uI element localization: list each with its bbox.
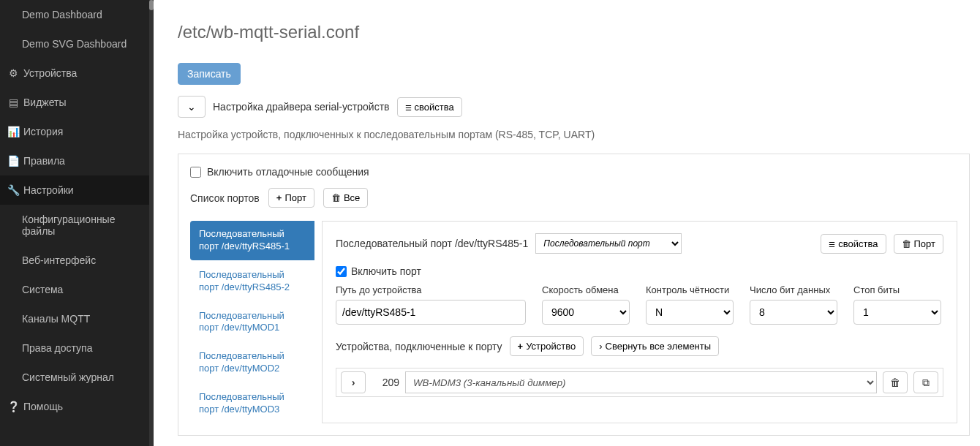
plus-icon: + <box>518 341 524 352</box>
help-icon: ❔ <box>7 401 19 412</box>
add-port-button[interactable]: + Порт <box>268 188 314 208</box>
sidebar-scrollbar[interactable] <box>149 0 154 446</box>
device-expand-button[interactable]: › <box>341 371 366 393</box>
ports-list-label: Список портов <box>190 192 260 204</box>
port-tab-rs485-2[interactable]: Последовательный порт /dev/ttyRS485-2 <box>190 262 314 301</box>
chevron-right-icon: › <box>599 341 602 352</box>
port-tabs: Последовательный порт /dev/ttyRS485-1 По… <box>190 221 314 423</box>
add-device-button[interactable]: + Устройство <box>510 336 584 356</box>
sidebar-item-rules[interactable]: 📄Правила <box>0 146 154 175</box>
list-icon <box>829 238 835 249</box>
driver-properties-button[interactable]: свойства <box>397 97 462 117</box>
sidebar-item-devices[interactable]: ⚙Устройства <box>0 58 154 88</box>
sidebar-item-demo-svg-dashboard[interactable]: Demo SVG Dashboard <box>0 29 154 58</box>
path-input[interactable] <box>336 300 526 325</box>
port-tab-mod1[interactable]: Последовательный порт /dev/ttyMOD1 <box>190 303 314 342</box>
debug-checkbox[interactable] <box>190 167 201 178</box>
history-icon: 📊 <box>7 126 19 137</box>
sidebar-item-settings[interactable]: 🔧Настройки <box>0 175 154 205</box>
widgets-icon: ▤ <box>7 97 19 108</box>
device-address: 209 <box>372 377 399 388</box>
delete-all-ports-button[interactable]: 🗑 Все <box>323 188 368 208</box>
path-field: Путь до устройства <box>336 284 526 325</box>
port-tab-mod2[interactable]: Последовательный порт /dev/ttyMOD2 <box>190 343 314 382</box>
expand-driver-button[interactable]: ⌄ <box>178 96 206 118</box>
sidebar-item-demo-dashboard[interactable]: Demo Dashboard <box>0 0 154 29</box>
bits-field: Число бит данных 8 <box>750 284 837 325</box>
trash-icon: 🗑 <box>890 377 900 388</box>
bits-label: Число бит данных <box>750 284 837 295</box>
config-panel: Включить отладочные сообщения Список пор… <box>178 154 970 436</box>
sidebar-item-config-files[interactable]: Конфигурационные файлы <box>0 205 154 246</box>
port-tab-rs485-1[interactable]: Последовательный порт /dev/ttyRS485-1 <box>190 221 314 260</box>
sidebar-item-mqtt-channels[interactable]: Каналы MQTT <box>0 304 154 333</box>
stop-label: Стоп биты <box>853 284 941 295</box>
port-type-select[interactable]: Последовательный порт <box>535 233 682 254</box>
parity-field: Контроль чётности N <box>646 284 734 325</box>
devices-label: Устройства, подключенные к порту <box>336 341 502 352</box>
device-delete-button[interactable]: 🗑 <box>883 371 908 393</box>
copy-icon: ⧉ <box>922 377 930 389</box>
plus-icon: + <box>276 192 282 203</box>
stop-field: Стоп биты 1 <box>853 284 941 325</box>
chevron-down-icon: ⌄ <box>187 101 196 113</box>
list-icon <box>405 102 412 113</box>
sidebar: Demo Dashboard Demo SVG Dashboard ⚙Устро… <box>0 0 154 446</box>
baud-field: Скорость обмена 9600 <box>542 284 630 325</box>
delete-port-button[interactable]: 🗑 Порт <box>894 234 943 254</box>
stop-select[interactable]: 1 <box>853 300 941 325</box>
port-name-label: Последовательный порт /dev/ttyRS485-1 <box>336 238 528 249</box>
main-content: /etc/wb-mqtt-serial.conf Записать ⌄ Наст… <box>165 0 980 446</box>
sidebar-item-system[interactable]: Система <box>0 275 154 304</box>
parity-label: Контроль чётности <box>646 284 734 295</box>
bits-select[interactable]: 8 <box>750 300 837 325</box>
collapse-all-button[interactable]: › Свернуть все элементы <box>591 336 719 356</box>
sidebar-item-access-rights[interactable]: Права доступа <box>0 333 154 363</box>
description-text: Настройка устройств, подключенных к посл… <box>178 129 970 140</box>
port-properties-button[interactable]: свойства <box>821 234 886 254</box>
chevron-right-icon: › <box>352 377 355 388</box>
sidebar-scroll-thumb[interactable] <box>149 0 154 10</box>
sidebar-item-help[interactable]: ❔Помощь <box>0 392 154 421</box>
path-label: Путь до устройства <box>336 284 526 295</box>
sidebar-item-system-log[interactable]: Системный журнал <box>0 363 154 392</box>
baud-label: Скорость обмена <box>542 284 630 295</box>
rules-icon: 📄 <box>7 155 19 167</box>
enable-port-label: Включить порт <box>351 265 421 277</box>
trash-icon: 🗑 <box>902 238 911 249</box>
device-type-select[interactable]: WB-MDM3 (3-канальный диммер) <box>405 371 877 393</box>
device-copy-button[interactable]: ⧉ <box>913 371 938 393</box>
trash-icon: 🗑 <box>331 192 341 203</box>
enable-port-checkbox[interactable] <box>336 266 347 277</box>
gear-icon: ⚙ <box>7 67 19 79</box>
page-title: /etc/wb-mqtt-serial.conf <box>178 22 970 42</box>
port-tab-mod3[interactable]: Последовательный порт /dev/ttyMOD3 <box>190 384 314 423</box>
sidebar-item-web-interface[interactable]: Веб-интерфейс <box>0 246 154 275</box>
driver-label: Настройка драйвера serial-устройств <box>213 101 390 113</box>
parity-select[interactable]: N <box>646 300 734 325</box>
sidebar-item-history[interactable]: 📊История <box>0 117 154 146</box>
save-button[interactable]: Записать <box>178 63 241 85</box>
sidebar-item-widgets[interactable]: ▤Виджеты <box>0 88 154 117</box>
debug-label: Включить отладочные сообщения <box>207 166 369 178</box>
device-row: › 209 WB-MDM3 (3-канальный диммер) 🗑 ⧉ <box>336 368 943 397</box>
wrench-icon: 🔧 <box>7 184 19 196</box>
port-detail-panel: Последовательный порт /dev/ttyRS485-1 По… <box>322 221 957 423</box>
baud-select[interactable]: 9600 <box>542 300 630 325</box>
